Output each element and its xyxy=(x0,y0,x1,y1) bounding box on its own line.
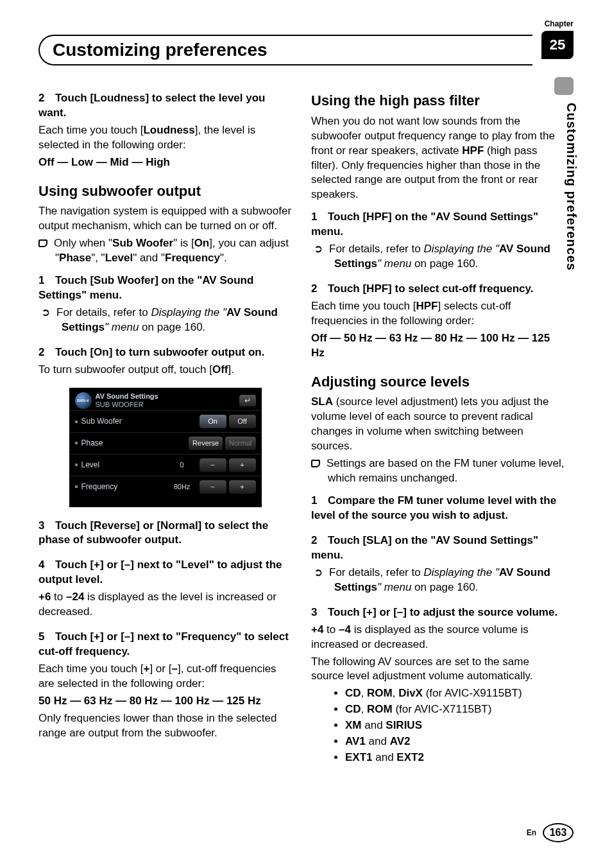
body-text: Each time you touch [Loudness], the leve… xyxy=(38,123,292,153)
step-heading: Touch [On] to turn subwoofer output on. xyxy=(55,346,264,358)
step-number: 1 xyxy=(311,494,328,508)
note-icon xyxy=(311,460,320,467)
cross-reference: ➲For details, refer to Displaying the "A… xyxy=(311,566,565,595)
device-screenshot: DVD-V AV Sound Settings SUB WOOFER ↵ Sub… xyxy=(69,388,262,507)
cross-reference: ➲For details, refer to Displaying the "A… xyxy=(38,306,292,335)
sla-step-1: 1Compare the FM tuner volume level with … xyxy=(311,494,565,523)
section-heading-hpf: Using the high pass filter xyxy=(311,91,565,110)
page: Chapter 25 Customizing preferences Custo… xyxy=(0,0,612,868)
bullet-icon xyxy=(334,740,337,743)
right-column: Using the high pass filter When you do n… xyxy=(311,91,565,776)
minus-button[interactable]: − xyxy=(200,480,226,494)
step-heading: Touch [+] or [–] next to "Level" to adju… xyxy=(38,559,282,586)
subwoofer-step-4: 4Touch [+] or [–] next to "Level" to adj… xyxy=(38,558,292,620)
step-number: 1 xyxy=(38,273,55,288)
list-item: CD, ROM (for AVIC-X7115BT) xyxy=(334,702,565,717)
screenshot-titles: AV Sound Settings SUB WOOFER xyxy=(92,392,239,409)
row-level: Level 0 − + xyxy=(70,454,261,476)
side-title: Customizing preferences xyxy=(564,103,579,271)
body-text: +6 to –24 is displayed as the level is i… xyxy=(38,590,292,620)
body-text: Each time you touch [HPF] selects cut-of… xyxy=(311,299,565,329)
list-item: XM and SIRIUS xyxy=(334,718,565,733)
level-value: 0 xyxy=(167,460,197,470)
row-label: Level xyxy=(75,460,167,470)
row-label: Phase xyxy=(75,438,187,448)
side-tab-icon xyxy=(554,77,574,95)
body-text: The following AV sources are set to the … xyxy=(311,655,565,684)
body-text: SLA (source level adjustment) lets you a… xyxy=(311,395,565,454)
step-heading: Touch [+] or [–] next to "Frequency" to … xyxy=(38,630,289,657)
step-heading: Touch [Sub Woofer] on the "AV Sound Sett… xyxy=(38,274,253,301)
row-phase: Phase Reverse Normal xyxy=(70,432,261,454)
chapter-label: Chapter xyxy=(545,19,574,28)
bullet-icon xyxy=(334,724,337,727)
hpf-step-1: 1Touch [HPF] on the "AV Sound Settings" … xyxy=(311,210,565,272)
step-number: 2 xyxy=(311,534,328,548)
off-button[interactable]: Off xyxy=(229,415,256,428)
sla-step-2: 2Touch [SLA] on the "AV Sound Settings" … xyxy=(311,534,565,595)
list-item: EXT1 and EXT2 xyxy=(334,751,565,765)
dvd-logo-icon: DVD-V xyxy=(75,392,92,409)
step-number: 3 xyxy=(38,519,55,534)
list-item: CD, ROM, DivX (for AVIC-X9115BT) xyxy=(334,686,565,701)
step-heading: Compare the FM tuner volume level with t… xyxy=(311,494,556,521)
step-heading: Touch [HPF] to select cut-off frequency. xyxy=(328,282,534,295)
section-heading-subwoofer: Using subwoofer output xyxy=(38,182,292,201)
plus-button[interactable]: + xyxy=(229,458,256,472)
page-footer: En 163 xyxy=(527,823,574,842)
order-list: Off — Low — Mid — High xyxy=(38,155,292,170)
hpf-step-2: 2Touch [HPF] to select cut-off frequency… xyxy=(311,282,565,361)
bullet-icon xyxy=(334,691,337,695)
step-number: 2 xyxy=(38,345,55,360)
row-frequency: Frequency 80Hz − + xyxy=(70,476,261,498)
left-column: 2Touch [Loudness] to select the level yo… xyxy=(38,91,292,776)
back-button[interactable]: ↵ xyxy=(239,395,256,406)
language-label: En xyxy=(527,828,536,837)
body-text: +4 to –4 is displayed as the source volu… xyxy=(311,623,565,652)
step-number: 3 xyxy=(311,605,328,620)
content-columns: 2Touch [Loudness] to select the level yo… xyxy=(38,91,574,776)
source-list: CD, ROM, DivX (for AVIC-X9115BT) CD, ROM… xyxy=(311,686,565,765)
step-number: 5 xyxy=(38,630,55,645)
screenshot-header: DVD-V AV Sound Settings SUB WOOFER ↵ xyxy=(70,388,261,410)
body-text: Each time you touch [+] or [–], cut-off … xyxy=(38,662,292,691)
section-heading-sla: Adjusting source levels xyxy=(311,372,565,392)
step-number: 1 xyxy=(311,210,328,225)
loudness-step-2: 2Touch [Loudness] to select the level yo… xyxy=(38,91,292,170)
page-title: Customizing preferences xyxy=(53,40,520,60)
cross-reference: ➲For details, refer to Displaying the "A… xyxy=(311,242,565,272)
step-heading: Touch [+] or [–] to adjust the source vo… xyxy=(328,606,557,618)
on-button[interactable]: On xyxy=(200,415,226,428)
step-heading: Touch [Loudness] to select the level you… xyxy=(38,92,265,119)
minus-button[interactable]: − xyxy=(200,458,226,472)
order-list: 50 Hz — 63 Hz — 80 Hz — 100 Hz — 125 Hz xyxy=(38,694,292,709)
bullet-icon xyxy=(334,707,337,711)
frequency-value: 80Hz xyxy=(167,482,197,492)
title-container: Customizing preferences xyxy=(38,35,532,65)
step-number: 2 xyxy=(311,282,328,297)
note-bullet: Settings are based on the FM tuner volum… xyxy=(311,456,565,486)
body-text: The navigation system is equipped with a… xyxy=(38,204,292,234)
chapter-number-badge: 25 xyxy=(541,31,574,59)
note-bullet: Only when "Sub Woofer" is [On], you can … xyxy=(38,236,292,266)
sla-step-3: 3Touch [+] or [–] to adjust the source v… xyxy=(311,605,565,765)
row-label: Sub Woofer xyxy=(75,416,197,426)
subwoofer-step-3: 3Touch [Reverse] or [Normal] to select t… xyxy=(38,519,292,548)
body-text: To turn subwoofer output off, touch [Off… xyxy=(38,363,292,378)
step-heading: Touch [Reverse] or [Normal] to select th… xyxy=(38,519,268,546)
subwoofer-step-1: 1Touch [Sub Woofer] on the "AV Sound Set… xyxy=(38,273,292,335)
normal-button[interactable]: Normal xyxy=(225,437,255,450)
subwoofer-step-2: 2Touch [On] to turn subwoofer output on.… xyxy=(38,345,292,378)
step-heading: Touch [SLA] on the "AV Sound Settings" m… xyxy=(311,534,538,561)
list-item: AV1 and AV2 xyxy=(334,734,565,749)
row-label: Frequency xyxy=(75,482,167,492)
order-list: Off — 50 Hz — 63 Hz — 80 Hz — 100 Hz — 1… xyxy=(311,331,565,361)
step-heading: Touch [HPF] on the "AV Sound Settings" m… xyxy=(311,211,538,238)
plus-button[interactable]: + xyxy=(229,480,256,494)
note-icon xyxy=(38,239,47,247)
subwoofer-step-5: 5Touch [+] or [–] next to "Frequency" to… xyxy=(38,630,292,741)
reverse-button[interactable]: Reverse xyxy=(189,437,223,450)
screenshot-title: AV Sound Settings xyxy=(96,392,239,401)
body-text: Only frequencies lower than those in the… xyxy=(38,711,292,741)
row-subwoofer: Sub Woofer On Off xyxy=(70,410,261,432)
